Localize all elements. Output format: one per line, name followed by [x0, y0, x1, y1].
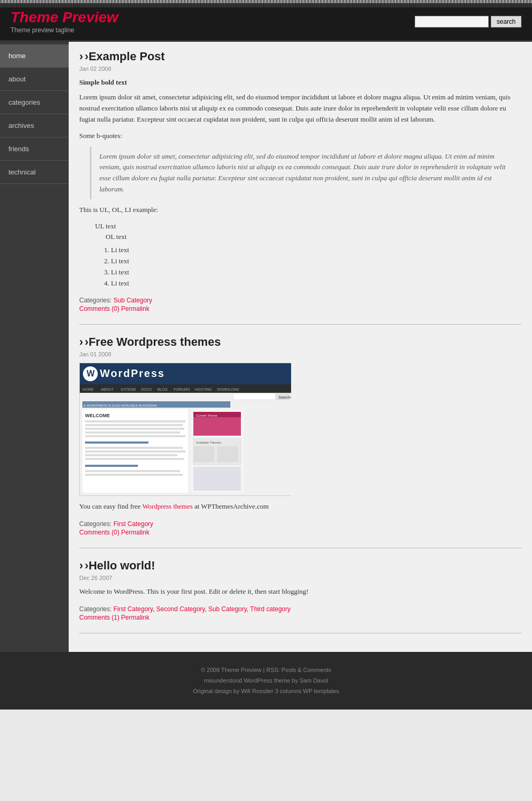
ol-list: Li textLi textLi textLi text [111, 245, 521, 289]
category-link[interactable]: First Category [114, 520, 153, 528]
svg-text:ABOUT: ABOUT [101, 388, 114, 391]
footer-copyright: © 2008 Theme Preview | RSS: Posts & Comm… [13, 665, 519, 676]
svg-text:DOWNLOAD: DOWNLOAD [217, 388, 239, 391]
category-link[interactable]: Sub Category [114, 297, 152, 304]
sidebar-item-about[interactable]: about [0, 68, 69, 91]
list-label: This is UL, OL, LI example: [79, 205, 521, 216]
svg-rect-27 [85, 447, 183, 449]
list-section: UL textOL textLi textLi textLi textLi te… [95, 221, 521, 289]
svg-rect-39 [193, 446, 214, 462]
svg-rect-29 [85, 454, 178, 456]
category-link[interactable]: First Category [114, 605, 153, 613]
sidebar-item-archives[interactable]: archives [0, 114, 69, 137]
post-date: Dec 26 2007 [79, 575, 521, 581]
post-title: ›Hello world! [79, 559, 521, 573]
post-content: W WordPress HOME ABOUT EXTEND DOCS BLOG … [79, 363, 521, 512]
svg-rect-23 [85, 428, 184, 430]
svg-rect-26 [85, 441, 148, 444]
svg-rect-33 [85, 474, 183, 476]
svg-rect-24 [85, 431, 180, 434]
site-header: Theme Preview Theme preview tagline sear… [0, 3, 532, 42]
post-title: ›Free Wordpress themes [79, 335, 521, 349]
post-paragraph: Welcome to WordPress. This is your first… [79, 586, 521, 597]
post-1: ›Example PostJan 02 2008Simple bold text… [79, 50, 521, 325]
list-item: Li text [111, 278, 521, 289]
search-button[interactable]: search [491, 16, 521, 27]
post-links-line: Comments (0) Permalink [79, 529, 521, 536]
categories-line: Categories: Sub Category [79, 297, 521, 304]
svg-text:FORUMS: FORUMS [174, 388, 190, 391]
category-link[interactable]: Sub Category [208, 605, 247, 613]
categories-label: Categories: [79, 520, 114, 528]
categories-line: Categories: First Category [79, 520, 521, 528]
post-meta: Categories: First CategoryComments (0) P… [79, 520, 521, 536]
permalink-link[interactable]: Permalink [121, 305, 149, 312]
comments-link[interactable]: Comments (1) [79, 614, 119, 621]
wordpress-themes-link[interactable]: Wordpress themes [142, 502, 192, 510]
post-meta: Categories: Sub CategoryComments (0) Per… [79, 297, 521, 312]
svg-text:DOCS: DOCS [141, 388, 152, 391]
svg-text:W: W [87, 369, 95, 378]
sidebar-item-technical[interactable]: technical [0, 161, 69, 184]
svg-rect-21 [85, 420, 185, 422]
svg-text:WELCOME: WELCOME [85, 413, 110, 418]
post-meta: Categories: First Category, Second Categ… [79, 605, 521, 621]
list-item: Li text [111, 267, 521, 278]
svg-rect-13 [233, 393, 275, 400]
ul-text: UL text [95, 221, 521, 232]
search-input[interactable] [415, 16, 489, 27]
category-link[interactable]: Second Category [156, 605, 205, 613]
sidebar: homeaboutcategoriesarchivesfriendstechni… [0, 42, 69, 652]
svg-rect-22 [85, 424, 183, 426]
post-date: Jan 01 2008 [79, 351, 521, 357]
footer-line3: Original design by Will Rossiter 3 colum… [13, 686, 519, 697]
comments-link[interactable]: Comments (0) [79, 305, 119, 312]
sidebar-item-home[interactable]: home [0, 44, 69, 68]
wordpress-screenshot: W WordPress HOME ABOUT EXTEND DOCS BLOG … [80, 363, 291, 495]
site-footer: © 2008 Theme Preview | RSS: Posts & Comm… [0, 652, 532, 710]
svg-rect-32 [85, 470, 180, 472]
svg-text:WordPress: WordPress [100, 367, 165, 379]
ol-label: OL text [106, 232, 521, 243]
svg-rect-40 [217, 446, 238, 462]
post-blockquote: Lorem ipsum dolor sit amet, consectetur … [90, 147, 521, 199]
svg-rect-41 [193, 467, 241, 491]
post-content: Simple bold textLorem ipsum dolor sit am… [79, 77, 521, 289]
post-links-line: Comments (1) Permalink [79, 614, 521, 621]
permalink-link[interactable]: Permalink [121, 614, 149, 621]
category-link[interactable]: Third category [250, 605, 291, 613]
post-content: Welcome to WordPress. This is your first… [79, 586, 521, 597]
sidebar-item-categories[interactable]: categories [0, 91, 69, 114]
header-texture [0, 3, 532, 7]
svg-rect-30 [85, 458, 184, 460]
post-3: ›Hello world!Dec 26 2007Welcome to WordP… [79, 559, 521, 633]
post-image: W WordPress HOME ABOUT EXTEND DOCS BLOG … [79, 363, 291, 496]
post-links-line: Comments (0) Permalink [79, 305, 521, 312]
svg-text:Available Themes: Available Themes [196, 441, 221, 444]
post-paragraph: You can easy find free Wordpress themes … [79, 501, 521, 512]
svg-text:EXTEND: EXTEND [121, 388, 136, 391]
sidebar-item-friends[interactable]: friends [0, 137, 69, 161]
comments-link[interactable]: Comments (0) [79, 529, 119, 536]
categories-label: Categories: [79, 605, 114, 613]
svg-rect-31 [85, 465, 138, 467]
footer-line2: misunderstood WordPress theme by Sam Dav… [13, 676, 519, 686]
categories-label: Categories: [79, 297, 114, 304]
blockquote-label: Some b-quotes: [79, 131, 521, 142]
svg-text:HOSTING: HOSTING [195, 388, 212, 391]
permalink-link[interactable]: Permalink [121, 529, 149, 536]
post-title: ›Example Post [79, 50, 521, 63]
main-content: ›Example PostJan 02 2008Simple bold text… [69, 42, 532, 652]
svg-text:Search»: Search» [278, 395, 291, 399]
svg-text:BLOG: BLOG [157, 388, 167, 391]
post-paragraph: Lorem ipsum dolor sit amet, consectetur … [79, 92, 521, 125]
post-bold-text: Simple bold text [79, 77, 521, 88]
svg-text:▸ WORDPRESS IS ALSO AVAILABLE : ▸ WORDPRESS IS ALSO AVAILABLE IN RUSSIAN [84, 404, 157, 407]
svg-rect-28 [85, 450, 185, 453]
svg-rect-25 [85, 435, 185, 437]
list-item: Li text [111, 256, 521, 267]
list-item: Li text [111, 245, 521, 256]
svg-text:Current Theme: Current Theme [196, 414, 218, 417]
post-date: Jan 02 2008 [79, 66, 521, 72]
post-2: ›Free Wordpress themesJan 01 2008 W Word… [79, 335, 521, 548]
